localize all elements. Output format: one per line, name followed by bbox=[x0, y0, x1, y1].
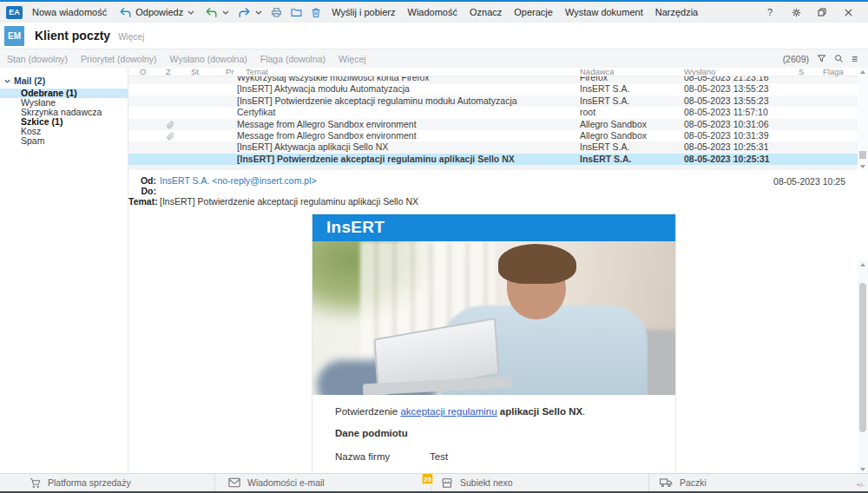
funnel-icon[interactable] bbox=[817, 54, 826, 63]
sidebar-item-inbox[interactable]: Odebrane (1) bbox=[0, 89, 128, 98]
statusbar-label: Wiadomości e-mail bbox=[247, 477, 325, 488]
photo-hair bbox=[498, 244, 576, 284]
tab-email-module[interactable]: EM bbox=[4, 26, 24, 46]
subject-value: [InsERT] Potwierdzenie akceptacji regula… bbox=[160, 196, 727, 207]
title-more-link[interactable]: Więcej bbox=[118, 30, 144, 42]
sidebar-item-drafts[interactable]: Szkice (1) bbox=[0, 117, 128, 127]
statusbar-sales-platform[interactable]: Platforma sprzedaży bbox=[0, 474, 215, 491]
section-title: Dane podmiotu bbox=[335, 428, 658, 438]
reply-all-button[interactable] bbox=[201, 2, 233, 23]
reading-pane-header: Od: InsERT S.A. <no-reply@insert.com.pl>… bbox=[128, 170, 858, 210]
window-accent-border bbox=[0, 0, 868, 2]
col-header-st[interactable]: St bbox=[191, 67, 199, 76]
sidebar-item-spam[interactable]: Spam bbox=[0, 136, 128, 146]
scroll-up-icon[interactable] bbox=[860, 263, 865, 266]
folder-sidebar: Mail (2) Odebrane (1) Wysłane Skrzynka n… bbox=[0, 68, 128, 473]
resize-grip: +/- bbox=[856, 481, 865, 489]
reply-icon bbox=[119, 7, 132, 18]
reply-label: Odpowiedz bbox=[135, 7, 183, 17]
statusbar-parcels[interactable]: Paczki bbox=[649, 474, 868, 491]
col-header-pr[interactable]: Pr bbox=[226, 67, 234, 76]
scrollbar-thumb[interactable] bbox=[859, 151, 866, 159]
menu-operations[interactable]: Operacje bbox=[508, 2, 559, 23]
scrollbar-thumb[interactable] bbox=[859, 283, 866, 432]
mail-row[interactable]: Message from Allegro Sandbox environment… bbox=[128, 119, 858, 130]
reply-button[interactable]: Odpowiedz bbox=[113, 2, 201, 23]
filter-more[interactable]: Więcej bbox=[339, 54, 366, 64]
mail-icon bbox=[228, 477, 240, 488]
new-message-label: Nowa wiadomość bbox=[32, 7, 107, 17]
close-window-button[interactable] bbox=[842, 6, 854, 18]
folder-root-label: Mail (2) bbox=[14, 76, 45, 86]
filter-bar: Stan (dowolny) Priorytet (dowolny) Wysła… bbox=[0, 49, 868, 68]
filter-flag[interactable]: Flaga (dowolna) bbox=[260, 54, 326, 64]
col-header-z[interactable]: Z bbox=[166, 67, 171, 76]
scroll-down-icon[interactable] bbox=[860, 165, 865, 168]
print-icon bbox=[271, 7, 282, 17]
mail-row[interactable]: Message from Allegro Sandbox environment… bbox=[128, 130, 858, 141]
filter-priority[interactable]: Priorytet (dowolny) bbox=[81, 54, 157, 64]
sidebar-item-trash[interactable]: Kosz bbox=[0, 127, 128, 136]
col-header-sent[interactable]: Wysłano bbox=[684, 67, 715, 76]
send-receive-button[interactable]: Wyślij i pobierz bbox=[326, 2, 401, 23]
menu-issue-document-label: Wystaw dokument bbox=[565, 7, 643, 17]
mail-row[interactable]: [InsERT] Aktywacja modułu AutomatyzacjaI… bbox=[128, 83, 858, 95]
confirm-bold: aplikacji Sello NX bbox=[497, 406, 582, 417]
col-header-flag[interactable]: Flaga bbox=[823, 67, 844, 76]
folder-root-mail[interactable]: Mail (2) bbox=[4, 76, 128, 86]
scroll-down-icon[interactable] bbox=[860, 468, 865, 471]
field-company: Nazwa firmyTest bbox=[335, 451, 658, 462]
move-to-folder-button[interactable] bbox=[286, 2, 306, 23]
statusbar-email-messages[interactable]: Wiadomości e-mail bbox=[215, 474, 431, 491]
mail-row[interactable]: Wykorzystaj wszystkie możliwości konta F… bbox=[128, 76, 858, 83]
scroll-up-icon[interactable] bbox=[860, 70, 865, 74]
app-logo: EA bbox=[6, 6, 23, 19]
list-scrollbar[interactable] bbox=[858, 68, 868, 170]
menu-message-label: Wiadomość bbox=[408, 7, 457, 17]
menu-tools[interactable]: Narzędzia bbox=[649, 2, 705, 23]
to-label: Do: bbox=[128, 186, 156, 196]
restore-window-button[interactable] bbox=[816, 6, 828, 18]
confirm-period: . bbox=[582, 406, 585, 417]
filter-state[interactable]: Stan (dowolny) bbox=[7, 54, 68, 64]
module-bar: EM Klient poczty Więcej bbox=[0, 23, 868, 49]
mail-row[interactable]: Certyfikatroot08-05-2023 11:57:10 bbox=[128, 107, 858, 118]
col-header-sender[interactable]: Nadawca bbox=[580, 67, 615, 76]
mail-row[interactable]: [InsERT] Aktywacja aplikacji Sello NXIns… bbox=[128, 141, 858, 153]
cart-icon bbox=[30, 477, 41, 489]
col-header-s[interactable]: S bbox=[799, 67, 804, 76]
help-button[interactable]: ? bbox=[764, 6, 776, 18]
message-count: (2609) bbox=[783, 54, 809, 64]
email-brand-banner: InsERT bbox=[312, 214, 675, 241]
list-menu-icon[interactable]: ≡ bbox=[852, 53, 858, 65]
new-message-button[interactable]: Nowa wiadomość bbox=[26, 2, 113, 23]
print-button[interactable] bbox=[266, 2, 286, 23]
mail-row[interactable]: [InsERT] Potwierdzenie akceptacji regula… bbox=[128, 95, 858, 107]
statusbar-subiekt-nexo[interactable]: Subiekt nexo bbox=[431, 474, 649, 491]
terms-link[interactable]: akceptacji regulaminu bbox=[400, 406, 496, 417]
menu-issue-document[interactable]: Wystaw dokument bbox=[559, 2, 649, 23]
confirm-text: Potwierdzenie bbox=[335, 406, 400, 417]
email-content: InsERT Potwierdzenie akceptacji regulami… bbox=[312, 214, 675, 473]
reply-all-icon bbox=[205, 7, 218, 18]
filter-sent[interactable]: Wysłano (dowolna) bbox=[170, 54, 247, 64]
store-icon bbox=[441, 477, 453, 489]
field-value: Test bbox=[430, 451, 448, 462]
main-toolbar: EA Nowa wiadomość Odpowiedz Wyślij i pob… bbox=[0, 2, 868, 23]
delete-button[interactable] bbox=[306, 2, 326, 23]
settings-button[interactable] bbox=[790, 6, 802, 18]
mail-row-selected[interactable]: [InsERT] Potwierdzenie akceptacji regula… bbox=[128, 154, 858, 165]
attachment-icon bbox=[167, 121, 174, 129]
search-icon[interactable] bbox=[834, 54, 844, 63]
page-title: Klient poczty bbox=[35, 29, 110, 43]
from-value[interactable]: InsERT S.A. <no-reply@insert.com.pl> bbox=[160, 175, 727, 186]
reading-pane-scrollbar[interactable] bbox=[858, 260, 868, 473]
col-header-subject[interactable]: Temat bbox=[246, 67, 268, 76]
sidebar-item-outbox[interactable]: Skrzynka nadawcza bbox=[0, 108, 128, 117]
menu-mark[interactable]: Oznacz bbox=[464, 2, 508, 23]
col-header-o[interactable]: O bbox=[140, 67, 146, 76]
reading-pane: Od: InsERT S.A. <no-reply@insert.com.pl>… bbox=[128, 170, 868, 473]
menu-message[interactable]: Wiadomość bbox=[402, 2, 464, 23]
move-icon bbox=[291, 7, 302, 17]
forward-button[interactable] bbox=[233, 2, 266, 23]
